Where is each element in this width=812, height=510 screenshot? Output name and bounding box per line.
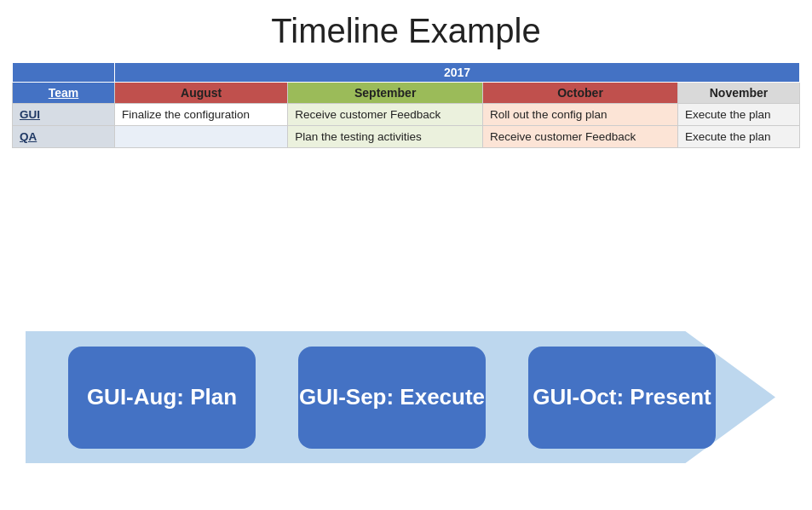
- page-title: Timeline Example: [0, 0, 812, 59]
- gui-october-cell: Roll out the config plan: [483, 104, 678, 126]
- big-arrow-container: GUI-Aug: Plan GUI-Sep: Execute GUI-Oct: …: [26, 331, 775, 463]
- team-month-cell: Team: [13, 83, 115, 104]
- team-year-cell: [13, 63, 115, 83]
- month-august: August: [115, 83, 288, 104]
- month-november: November: [677, 83, 799, 104]
- gui-row: GUI Finalize the configuration Receive c…: [13, 104, 800, 126]
- month-september: September: [288, 83, 483, 104]
- gui-august-cell: Finalize the configuration: [115, 104, 288, 126]
- qa-team-label: QA: [13, 126, 115, 148]
- year-cell: 2017: [115, 63, 800, 83]
- qa-august-cell: [115, 126, 288, 148]
- qa-row: QA Plan the testing activities Receive c…: [13, 126, 800, 148]
- gui-team-label: GUI: [13, 104, 115, 126]
- box-gui-sep: GUI-Sep: Execute: [298, 347, 486, 449]
- gui-september-cell: Receive customer Feedback: [288, 104, 483, 126]
- qa-november-cell: Execute the plan: [677, 126, 799, 148]
- month-row: Team August September October November: [13, 83, 800, 104]
- year-row: 2017: [13, 63, 800, 83]
- timeline-table-section: 2017 Team August September October Novem…: [0, 62, 812, 148]
- qa-october-cell: Receive customer Feedback: [483, 126, 678, 148]
- box-gui-aug: GUI-Aug: Plan: [68, 347, 256, 449]
- gui-november-cell: Execute the plan: [677, 104, 799, 126]
- box-gui-oct: GUI-Oct: Present: [528, 347, 716, 449]
- arrow-section: GUI-Aug: Plan GUI-Sep: Execute GUI-Oct: …: [0, 306, 812, 493]
- month-october: October: [483, 83, 678, 104]
- box-container: GUI-Aug: Plan GUI-Sep: Execute GUI-Oct: …: [68, 347, 716, 449]
- timeline-table: 2017 Team August September October Novem…: [12, 62, 800, 148]
- qa-september-cell: Plan the testing activities: [288, 126, 483, 148]
